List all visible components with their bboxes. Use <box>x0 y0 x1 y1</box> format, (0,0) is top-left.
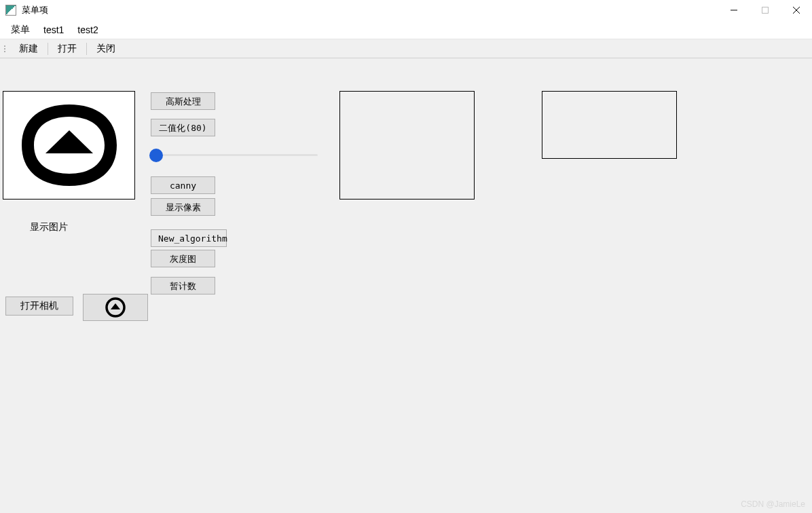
threshold-slider[interactable] <box>148 148 320 163</box>
menu-bar: 菜单 test1 test2 <box>0 20 812 39</box>
show-pixels-button[interactable]: 显示像素 <box>151 198 215 216</box>
output-panel-2 <box>542 91 677 159</box>
toolbar-close[interactable]: 关闭 <box>90 41 122 57</box>
window-controls <box>718 0 812 20</box>
toolbar-grip-icon <box>4 45 10 52</box>
toolbar-new[interactable]: 新建 <box>12 41 45 57</box>
menu-item-test1[interactable]: test1 <box>37 22 71 38</box>
count-button[interactable]: 暂计数 <box>151 277 215 294</box>
close-button[interactable] <box>781 0 812 20</box>
binary-button[interactable]: 二值化(80) <box>151 119 215 136</box>
open-camera-button[interactable]: 打开相机 <box>5 297 73 316</box>
menu-item-main[interactable]: 菜单 <box>4 21 37 39</box>
sample-image-icon <box>8 98 130 193</box>
image-label: 显示图片 <box>30 221 68 233</box>
watermark-text: CSDN @JamieLe <box>741 499 805 509</box>
minimize-button[interactable] <box>718 0 750 20</box>
grayscale-button[interactable]: 灰度图 <box>151 250 215 267</box>
content-area: 显示图片 高斯处理 二值化(80) canny 显示像素 New_algorit… <box>0 58 812 513</box>
canny-button[interactable]: canny <box>151 176 215 194</box>
image-display-panel <box>3 91 135 200</box>
gauss-button[interactable]: 高斯处理 <box>151 92 215 110</box>
toolbar: 新建 打开 关闭 <box>0 39 812 58</box>
toolbar-separator <box>48 43 48 55</box>
app-icon <box>5 5 16 16</box>
slider-thumb-icon[interactable] <box>149 149 163 162</box>
window-title: 菜单项 <box>22 4 48 16</box>
title-bar: 菜单项 <box>0 0 812 20</box>
menu-item-test2[interactable]: test2 <box>71 22 105 38</box>
thumbnail-image-icon <box>105 297 126 318</box>
svg-rect-1 <box>762 7 769 14</box>
new-algorithm-button[interactable]: New_algorithm <box>151 229 227 247</box>
output-panel-1 <box>339 91 475 200</box>
maximize-button[interactable] <box>750 0 781 20</box>
toolbar-open[interactable]: 打开 <box>51 41 84 57</box>
toolbar-separator <box>86 43 87 55</box>
thumbnail-panel <box>83 294 148 321</box>
slider-track <box>155 154 318 156</box>
